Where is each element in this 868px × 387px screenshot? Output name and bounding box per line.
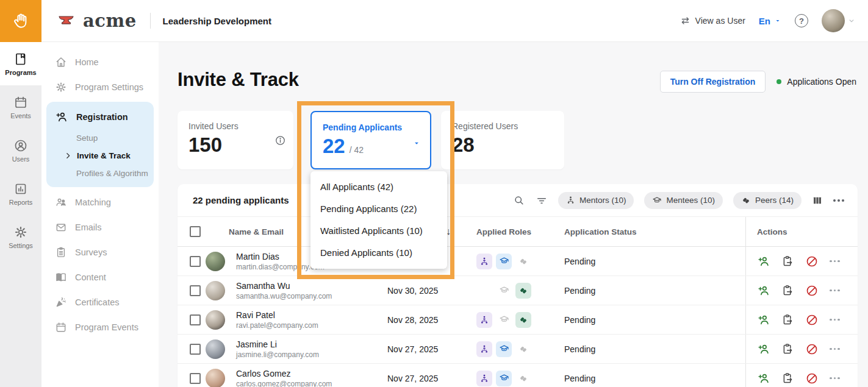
- dropdown-item-waitlisted-applicants[interactable]: Waitlisted Applicants (10): [310, 220, 447, 242]
- mentees-filter-chip[interactable]: Mentees (10): [644, 192, 723, 209]
- turn-off-registration-button[interactable]: Turn Off Registration: [660, 71, 766, 93]
- peer-role-icon: [515, 312, 531, 328]
- mentor-role-icon: [476, 254, 492, 269]
- deny-applicant-icon[interactable]: [805, 313, 819, 327]
- search-icon[interactable]: [513, 194, 525, 207]
- rail-item-reports[interactable]: Reports: [0, 172, 41, 215]
- sidebar-item-program-settings[interactable]: Program Settings: [41, 74, 159, 99]
- help-button[interactable]: ?: [795, 14, 808, 27]
- calendar-icon: [55, 321, 67, 333]
- sidebar-subitem-profiles-algorithm[interactable]: Profiles & Algorithm: [46, 165, 154, 182]
- accept-applicant-icon[interactable]: [757, 284, 770, 297]
- sidebar-item-surveys[interactable]: Surveys: [41, 240, 159, 265]
- accept-applicant-icon[interactable]: [757, 313, 770, 327]
- sidebar-subitem-setup[interactable]: Setup: [46, 129, 154, 147]
- user-menu[interactable]: [822, 9, 856, 32]
- sidebar-item-content[interactable]: Content: [41, 265, 159, 289]
- deny-applicant-icon[interactable]: [805, 372, 819, 385]
- rail-item-programs[interactable]: Programs: [0, 42, 41, 85]
- waitlist-applicant-icon[interactable]: [781, 343, 794, 355]
- applicant-name: Ravi Patel: [236, 310, 385, 320]
- deny-applicant-icon[interactable]: [805, 343, 819, 356]
- application-status: Pending: [564, 257, 745, 266]
- waitlist-applicant-icon[interactable]: [781, 255, 794, 268]
- invited-users-card[interactable]: Invited Users 150: [178, 111, 293, 169]
- people-icon: [55, 196, 67, 208]
- columns-icon[interactable]: [812, 195, 823, 206]
- dropdown-item-all-applicants[interactable]: All Applicants (42): [310, 176, 447, 198]
- table-header-row: Name & Email ↓ Applied Roles Application…: [178, 217, 858, 247]
- mentor-hierarchy-icon: [566, 196, 575, 205]
- caret-down-icon[interactable]: [412, 139, 421, 147]
- table-row: Carlos Gomez carlos.gomez@company.com No…: [178, 364, 858, 387]
- language-selector[interactable]: En: [759, 16, 781, 26]
- filter-icon[interactable]: [536, 194, 548, 207]
- applicant-email: carlos.gomez@company.com: [236, 380, 385, 387]
- mentors-filter-chip[interactable]: Mentors (10): [558, 192, 634, 209]
- row-more-icon[interactable]: [830, 375, 840, 382]
- peer-role-icon: [515, 254, 531, 269]
- sidebar-item-registration[interactable]: Registration: [46, 104, 154, 129]
- graduation-cap-icon: [652, 196, 662, 205]
- deny-applicant-icon[interactable]: [805, 284, 819, 297]
- sidebar-item-home[interactable]: Home: [41, 49, 159, 74]
- row-more-icon[interactable]: [830, 258, 840, 265]
- sidebar-item-emails[interactable]: Emails: [41, 215, 159, 240]
- accept-applicant-icon[interactable]: [757, 343, 770, 356]
- chevron-down-icon: [774, 17, 781, 24]
- pending-applicants-total: / 42: [350, 146, 364, 154]
- person-circle-icon: [13, 138, 28, 153]
- brand-name: acme: [83, 10, 137, 31]
- top-bar: acme Leadership Development View as User…: [0, 0, 868, 42]
- info-icon[interactable]: [274, 135, 286, 146]
- waitlist-applicant-icon[interactable]: [781, 284, 794, 297]
- table-row: Martin Dias martin.dias@company.com Pend…: [178, 247, 858, 276]
- deny-applicant-icon[interactable]: [805, 255, 819, 268]
- applied-date: Nov 27, 2025: [385, 344, 476, 354]
- status-dot-icon: [777, 79, 781, 84]
- row-checkbox[interactable]: [190, 373, 201, 384]
- rail-item-settings[interactable]: Settings: [0, 215, 41, 258]
- row-more-icon[interactable]: [830, 316, 840, 324]
- applied-roles: [476, 312, 564, 328]
- app-switcher-tile[interactable]: [0, 0, 41, 42]
- row-checkbox[interactable]: [190, 285, 201, 296]
- registered-users-card[interactable]: Registered Users 28: [441, 111, 564, 169]
- waitlist-applicant-icon[interactable]: [781, 313, 794, 326]
- main-content: Invite & Track Turn Off Registration App…: [159, 42, 868, 387]
- view-as-user-button[interactable]: View as User: [680, 16, 745, 26]
- sidebar-subitem-invite-track[interactable]: Invite & Track: [46, 147, 154, 165]
- row-checkbox[interactable]: [190, 344, 201, 355]
- sidebar-item-matching[interactable]: Matching: [41, 190, 159, 215]
- dropdown-item-pending-applicants[interactable]: Pending Applicants (22): [310, 198, 447, 220]
- program-sidebar: Home Program Settings Registration Setup: [41, 42, 159, 387]
- avatar: [822, 9, 845, 32]
- sidebar-item-program-events[interactable]: Program Events: [41, 314, 159, 339]
- applicants-table: 22 pending applicants: [178, 184, 858, 387]
- select-all-checkbox[interactable]: [190, 226, 201, 237]
- dropdown-item-denied-applicants[interactable]: Denied Applicants (10): [310, 242, 447, 264]
- table-more-icon[interactable]: [833, 197, 844, 204]
- sidebar-item-certificates[interactable]: Certificates: [41, 289, 159, 314]
- mentee-role-icon: [496, 312, 512, 328]
- accept-applicant-icon[interactable]: [757, 255, 770, 268]
- waitlist-applicant-icon[interactable]: [781, 372, 794, 385]
- rail-item-users[interactable]: Users: [0, 129, 41, 172]
- accept-applicant-icon[interactable]: [757, 372, 770, 385]
- pending-applicants-value: 22: [323, 136, 345, 156]
- applied-date: Nov 30, 2025: [385, 286, 476, 296]
- peers-filter-chip[interactable]: Peers (14): [733, 192, 802, 209]
- applicant-email: ravi.patel@company.com: [236, 321, 385, 330]
- row-checkbox[interactable]: [190, 256, 201, 267]
- mentor-role-icon: [476, 371, 492, 386]
- pending-applicants-card[interactable]: Pending Applicants 22 / 42: [310, 111, 431, 169]
- rail-item-events[interactable]: Events: [0, 85, 41, 129]
- row-more-icon[interactable]: [830, 346, 840, 353]
- mentor-role-icon: [476, 341, 492, 357]
- mentor-role-icon: [476, 312, 492, 328]
- applied-roles: [476, 341, 564, 357]
- application-status: Pending: [564, 286, 745, 296]
- row-checkbox[interactable]: [190, 314, 201, 325]
- row-more-icon[interactable]: [830, 287, 840, 294]
- chevron-down-icon: [847, 16, 856, 25]
